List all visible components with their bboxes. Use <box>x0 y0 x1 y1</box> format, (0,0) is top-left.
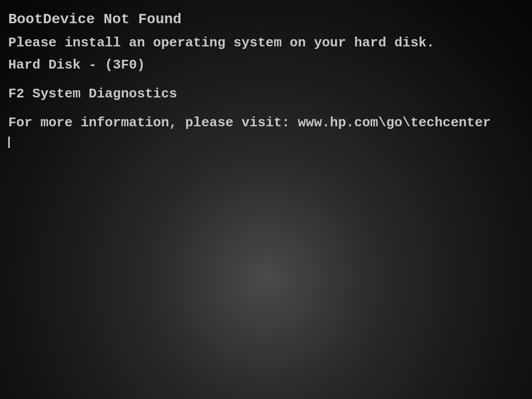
hard-disk-error-code: Hard Disk - (3F0) <box>8 56 524 75</box>
bios-cursor <box>8 137 10 148</box>
cursor-area <box>8 137 524 148</box>
bios-error-screen: BootDevice Not Found Please install an o… <box>8 9 524 399</box>
boot-device-not-found-title: BootDevice Not Found <box>8 9 524 30</box>
f2-diagnostics-label: F2 System Diagnostics <box>8 85 524 104</box>
install-os-message: Please install an operating system on yo… <box>8 34 524 53</box>
more-info-url: For more information, please visit: www.… <box>8 113 524 133</box>
